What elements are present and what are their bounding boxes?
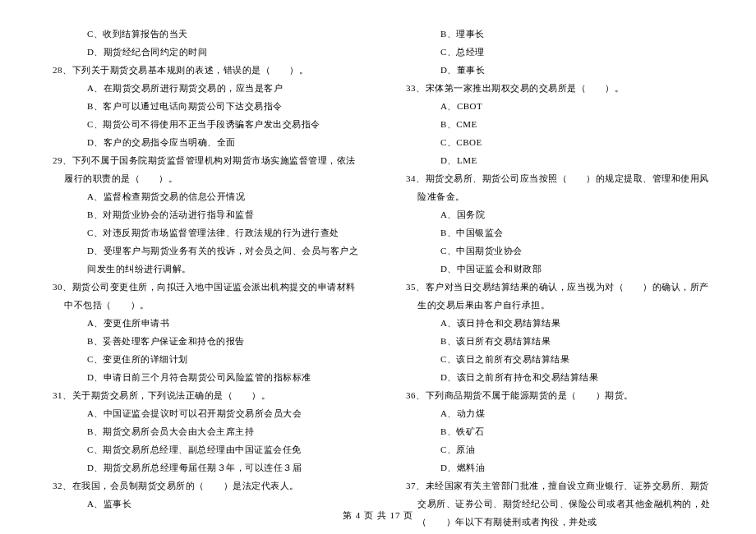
question-34: 34、期货交易所、期货公司应当按照（ ）的规定提取、管理和使用风险准备金。 (406, 169, 715, 205)
option-item: B、理事长 (394, 25, 715, 43)
question-29: 29、下列不属于国务院期货监督管理机构对期货市场实施监督管理，依法履行的职责的是… (53, 151, 362, 187)
option-item: B、该日所有交易结算结果 (394, 332, 715, 350)
option-item: A、该日持仓和交易结算结果 (394, 314, 715, 332)
question-37: 37、未经国家有关主管部门批准，擅自设立商业银行、证券交易所、期货交易所、证券公… (406, 476, 715, 531)
question-35: 35、客户对当日交易结算结果的确认，应当视为对（ ）的确认，所产生的交易后果由客… (406, 278, 715, 314)
right-column: B、理事长 C、总经理 D、董事长 33、宋体第一家推出期权交易的交易所是（ ）… (378, 25, 731, 531)
option-item: A、CBOT (394, 97, 715, 115)
question-text: 宋体第一家推出期权交易的交易所是（ ）。 (426, 83, 625, 93)
page-container: C、收到结算报告的当天 D、期货经纪合同约定的时间 28、下列关于期货交易基本规… (0, 25, 756, 531)
option-item: D、期货经纪合同约定的时间 (41, 43, 362, 61)
option-item: D、中国证监会和财政部 (394, 260, 715, 278)
option-item: A、中国证监会提议时可以召开期货交易所会员大会 (41, 404, 362, 422)
question-text: 下列不属于国务院期货监督管理机构对期货市场实施监督管理，依法履行的职责的是（ ）… (64, 155, 356, 183)
question-num: 31、 (53, 390, 72, 400)
question-num: 30、 (53, 282, 72, 292)
option-item: C、中国期货业协会 (394, 242, 715, 260)
option-item: C、CBOE (394, 133, 715, 151)
question-text: 期货公司变更住所，向拟迁入地中国证监会派出机构提交的申请材料中不包括（ ）。 (64, 282, 356, 310)
option-item: C、期货交易所总经理、副总经理由中国证监会任免 (41, 440, 362, 458)
question-text: 在我国，会员制期货交易所的（ ）是法定代表人。 (72, 481, 299, 490)
option-item: C、该日之前所有交易结算结果 (394, 350, 715, 368)
option-item: D、申请日前三个月符合期货公司风险监管的指标标准 (41, 368, 362, 386)
option-item: A、监督检查期货交易的信息公开情况 (41, 187, 362, 205)
option-item: D、该日之前所有持仓和交易结算结果 (394, 368, 715, 386)
question-num: 35、 (406, 282, 426, 292)
question-text: 下列关于期货交易基本规则的表述，错误的是（ ）。 (72, 65, 309, 75)
option-item: D、董事长 (394, 61, 715, 79)
question-num: 28、 (53, 65, 72, 75)
question-28: 28、下列关于期货交易基本规则的表述，错误的是（ ）。 (53, 61, 362, 79)
question-36: 36、下列商品期货不属于能源期货的是（ ）期货。 (406, 386, 715, 404)
option-item: B、中国银监会 (394, 223, 715, 242)
option-item: B、铁矿石 (394, 422, 715, 440)
question-30: 30、期货公司变更住所，向拟迁入地中国证监会派出机构提交的申请材料中不包括（ ）… (53, 278, 362, 314)
option-item: C、变更住所的详细计划 (41, 350, 362, 368)
option-item: D、受理客户与期货业务有关的投诉，对会员之间、会员与客户之间发生的纠纷进行调解。 (41, 242, 362, 278)
question-text: 下列商品期货不属于能源期货的是（ ）期货。 (426, 390, 634, 400)
option-item: D、客户的交易指令应当明确、全面 (41, 133, 362, 151)
option-item: C、期货公司不得使用不正当手段诱骗客户发出交易指令 (41, 115, 362, 133)
option-item: B、妥善处理客户保证金和持仓的报告 (41, 332, 362, 350)
option-item: C、原油 (394, 440, 715, 458)
option-item: B、期货交易所会员大会由大会主席主持 (41, 422, 362, 440)
option-item: D、燃料油 (394, 458, 715, 476)
question-text: 客户对当日交易结算结果的确认，应当视为对（ ）的确认，所产生的交易后果由客户自行… (417, 282, 709, 310)
option-item: C、对违反期货市场监督管理法律、行政法规的行为进行查处 (41, 223, 362, 242)
option-item: D、LME (394, 151, 715, 169)
question-num: 34、 (406, 173, 426, 183)
question-num: 33、 (406, 83, 426, 93)
question-text: 关于期货交易所，下列说法正确的是（ ）。 (72, 390, 271, 400)
option-item: B、CME (394, 115, 715, 133)
question-33: 33、宋体第一家推出期权交易的交易所是（ ）。 (406, 79, 715, 97)
option-item: C、总经理 (394, 43, 715, 61)
option-item: B、对期货业协会的活动进行指导和监督 (41, 205, 362, 223)
question-num: 32、 (53, 481, 72, 490)
option-item: A、变更住所申请书 (41, 314, 362, 332)
option-item: A、国务院 (394, 205, 715, 223)
question-num: 29、 (53, 155, 72, 165)
question-text: 期货交易所、期货公司应当按照（ ）的规定提取、管理和使用风险准备金。 (417, 173, 709, 201)
question-32: 32、在我国，会员制期货交易所的（ ）是法定代表人。 (53, 476, 362, 495)
option-item: A、在期货交易所进行期货交易的，应当是客户 (41, 79, 362, 97)
option-item: C、收到结算报告的当天 (41, 25, 362, 43)
option-item: A、动力煤 (394, 404, 715, 422)
question-num: 36、 (406, 390, 426, 400)
question-num: 37、 (406, 481, 426, 490)
option-item: B、客户可以通过电话向期货公司下达交易指令 (41, 97, 362, 115)
left-column: C、收到结算报告的当天 D、期货经纪合同约定的时间 28、下列关于期货交易基本规… (25, 25, 378, 531)
page-footer: 第 4 页 共 17 页 (0, 509, 756, 522)
option-item: D、期货交易所总经理每届任期３年，可以连任３届 (41, 458, 362, 476)
question-31: 31、关于期货交易所，下列说法正确的是（ ）。 (53, 386, 362, 404)
